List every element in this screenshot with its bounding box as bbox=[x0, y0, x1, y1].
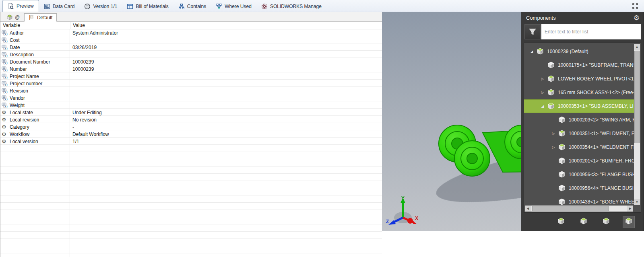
collapsed-arrow-icon[interactable]: ▷ bbox=[540, 90, 545, 95]
tab-data-card[interactable]: Data Card bbox=[39, 1, 80, 12]
tree-hscroll-thumb[interactable] bbox=[532, 206, 609, 211]
tree-vertical-scrollbar[interactable]: ▲ ▼ bbox=[634, 44, 640, 205]
assembly-icon bbox=[6, 14, 13, 20]
variable-icon: (x) bbox=[2, 103, 8, 108]
show-selected-components-button[interactable] bbox=[600, 216, 612, 228]
variable-name: Workflow bbox=[10, 132, 29, 137]
variable-row-weight[interactable]: (x) Weight bbox=[0, 102, 382, 109]
orientation-triad: Y Z X bbox=[385, 194, 419, 226]
where-used-tree-icon bbox=[216, 3, 222, 10]
component-display-mode-button[interactable] bbox=[623, 216, 635, 228]
variable-row-local-version[interactable]: ⚙ Local version 1/1 bbox=[0, 138, 382, 145]
filter-icon-button[interactable] bbox=[524, 24, 541, 39]
tree-item-label: 165 mm SHOCK ASSY-1<2> (Free-_flexible1) bbox=[558, 90, 634, 95]
collapsed-arrow-icon[interactable]: ▷ bbox=[540, 77, 545, 81]
tree-item-10000956-3-flange-bushing-16x20x[interactable]: 10000956<3> "FLANGE BUSHING 16x20x10 bbox=[524, 168, 634, 181]
expanded-arrow-icon[interactable]: ◢ bbox=[540, 104, 545, 108]
scroll-left-icon[interactable]: ◀ bbox=[525, 206, 531, 212]
variable-name: Cost bbox=[10, 37, 20, 43]
triad-z-label: Z bbox=[386, 219, 389, 224]
tree-horizontal-scrollbar[interactable]: ◀ ▶ bbox=[525, 206, 633, 212]
tab-configuration-icons[interactable]: @ bbox=[2, 13, 24, 21]
tree-item-10000175-1-subframe-transmission[interactable]: 10000175<1> "SUBFRAME, TRANSMISSION SID bbox=[524, 58, 634, 72]
collapsed-arrow-icon[interactable]: ▷ bbox=[551, 132, 556, 136]
variable-row-vendor[interactable]: (x) Vendor bbox=[0, 95, 382, 102]
tree-item-10000353-1-sub-assembly-lh-front[interactable]: ◢ 10000353<1> "SUB ASSEMBLY, LH FRONT SU… bbox=[524, 99, 634, 113]
variable-row-local-revision[interactable]: ⚙ Local revision No revision bbox=[0, 116, 382, 123]
variable-row-workflow[interactable]: ⚙ Workflow Default Workflow bbox=[0, 131, 382, 138]
system-variable-gear-icon: ⚙ bbox=[2, 139, 8, 144]
variable-row-description[interactable]: (x) Description bbox=[0, 51, 382, 58]
tree-item-lower-bogey-wheel-pivot-1-defaul[interactable]: ▷ LOWER BOGEY WHEEL PIVOT<1> (Default-_f… bbox=[524, 72, 634, 86]
tree-item-10000354-1-weldment-front-swinga[interactable]: ▷ 10000354<1> "WELDMENT FRONT SWINGA bbox=[524, 140, 634, 154]
variable-icon: (x) bbox=[2, 52, 8, 58]
tree-item-label: 10000354<1> "WELDMENT FRONT SWINGA bbox=[569, 144, 634, 150]
tab-label: Data Card bbox=[53, 4, 75, 9]
tab-solidworks-manage[interactable]: SOLIDWORKS Manage bbox=[256, 1, 326, 12]
contains-tree-icon bbox=[178, 3, 185, 10]
system-variable-gear-icon: ⚙ bbox=[2, 110, 8, 115]
scroll-right-icon[interactable]: ▶ bbox=[627, 206, 633, 212]
variable-row-document-number[interactable]: (x) Document Number 10000239 bbox=[0, 58, 382, 66]
column-header-variable[interactable]: Variable bbox=[0, 22, 70, 29]
show-hidden-components-button[interactable] bbox=[578, 216, 590, 228]
variable-icon: (x) bbox=[2, 45, 8, 50]
svg-text:(x): (x) bbox=[3, 98, 8, 101]
components-settings-gear-icon[interactable]: ⚙ bbox=[634, 14, 640, 21]
scroll-down-icon[interactable]: ▼ bbox=[634, 199, 640, 205]
tree-item-10000203-2-swing-arm-front-defau[interactable]: 10000203<2> "SWING ARM, FRONT" (Defau bbox=[524, 113, 634, 127]
show-all-components-button[interactable] bbox=[555, 216, 567, 228]
column-header-value[interactable]: Value bbox=[70, 22, 382, 29]
variable-row-category[interactable]: ⚙ Category - bbox=[0, 123, 382, 131]
tab-version-1-1[interactable]: Version 1/1 bbox=[79, 1, 122, 12]
tab-contains[interactable]: Contains bbox=[173, 1, 211, 12]
scroll-up-icon[interactable]: ▲ bbox=[634, 44, 640, 50]
assembly-icon bbox=[547, 75, 555, 82]
tree-item-label: 10000956<4> "FLANGE BUSHING 16x20x10 bbox=[569, 185, 634, 191]
flag-icon bbox=[29, 15, 35, 21]
svg-text:(x): (x) bbox=[3, 40, 8, 43]
variable-icon: (x) bbox=[2, 59, 8, 65]
tab-where-used[interactable]: Where Used bbox=[211, 1, 256, 12]
top-tab-bar: Preview Data Card Version 1/1 Bill of Ma… bbox=[0, 0, 644, 12]
system-variable-gear-icon: ⚙ bbox=[2, 117, 8, 123]
variable-row-date[interactable]: (x) Date 03/26/2019 bbox=[0, 44, 382, 51]
3d-viewport[interactable]: ▾▾▾ Y Z X bbox=[382, 12, 521, 231]
variable-value: 03/26/2019 bbox=[70, 45, 382, 50]
assembly-icon bbox=[547, 89, 555, 96]
variable-row-revision[interactable]: (x) Revision bbox=[0, 87, 382, 95]
tab-label: Preview bbox=[17, 3, 34, 9]
variable-icon: (x) bbox=[2, 74, 8, 79]
variable-row-project-number[interactable]: (x) Project number bbox=[0, 80, 382, 87]
variable-row-author[interactable]: (x) Author System Administrator bbox=[0, 29, 382, 37]
tree-item-10000239-default-[interactable]: ◢ 10000239 (Default) bbox=[524, 45, 634, 58]
collapsed-arrow-icon[interactable]: ▷ bbox=[551, 145, 556, 149]
variable-row-local-state[interactable]: ⚙ Local state Under Editing bbox=[0, 109, 382, 116]
tree-vscroll-thumb[interactable] bbox=[634, 51, 640, 143]
part-icon bbox=[558, 198, 566, 206]
tree-item-label: 10000438<1> "BOGEY WHEEL, 130mm" (Def bbox=[569, 199, 634, 205]
tab-default-configuration[interactable]: Default bbox=[24, 13, 57, 22]
tab-preview[interactable]: Preview bbox=[2, 0, 39, 12]
components-tree: ◢ 10000239 (Default) 10000175<1> "SUBFRA… bbox=[524, 43, 641, 213]
variable-name: Number bbox=[10, 66, 27, 72]
variable-row-number[interactable]: (x) Number 10000239 bbox=[0, 66, 382, 73]
variable-row-cost[interactable]: (x) Cost bbox=[0, 37, 382, 44]
sw-manage-icon bbox=[261, 3, 268, 10]
expanded-arrow-icon[interactable]: ◢ bbox=[529, 49, 535, 53]
filter-input[interactable] bbox=[541, 24, 641, 39]
part-icon bbox=[558, 171, 566, 178]
tree-item-label: 10000175<1> "SUBFRAME, TRANSMISSION SID bbox=[558, 62, 634, 68]
tree-item-165-mm-shock-assy-1-2-free-flexi[interactable]: ▷ 165 mm SHOCK ASSY-1<2> (Free-_flexible… bbox=[524, 86, 634, 99]
funnel-icon bbox=[528, 28, 537, 36]
variable-value: No revision bbox=[70, 117, 382, 123]
expand-window-icon[interactable] bbox=[631, 2, 639, 10]
version-circle-icon bbox=[84, 3, 91, 10]
assembly-display-icon bbox=[625, 218, 633, 226]
tree-item-10000201-1-bumper-front-suspensi[interactable]: 10000201<1> "BUMPER, FRONT SUSPENSIO bbox=[524, 154, 634, 168]
tab-bill-of-materials[interactable]: Bill of Materials bbox=[122, 1, 173, 12]
tree-item-10000956-4-flange-bushing-16x20x[interactable]: 10000956<4> "FLANGE BUSHING 16x20x10 bbox=[524, 181, 634, 195]
tree-item-10000351-1-weldment-front-bogey-[interactable]: ▷ 10000351<1> "WELDMENT, FRONT BOGEY W bbox=[524, 127, 634, 140]
variable-name: Revision bbox=[10, 88, 28, 94]
variable-row-project-name[interactable]: (x) Project Name bbox=[0, 73, 382, 80]
